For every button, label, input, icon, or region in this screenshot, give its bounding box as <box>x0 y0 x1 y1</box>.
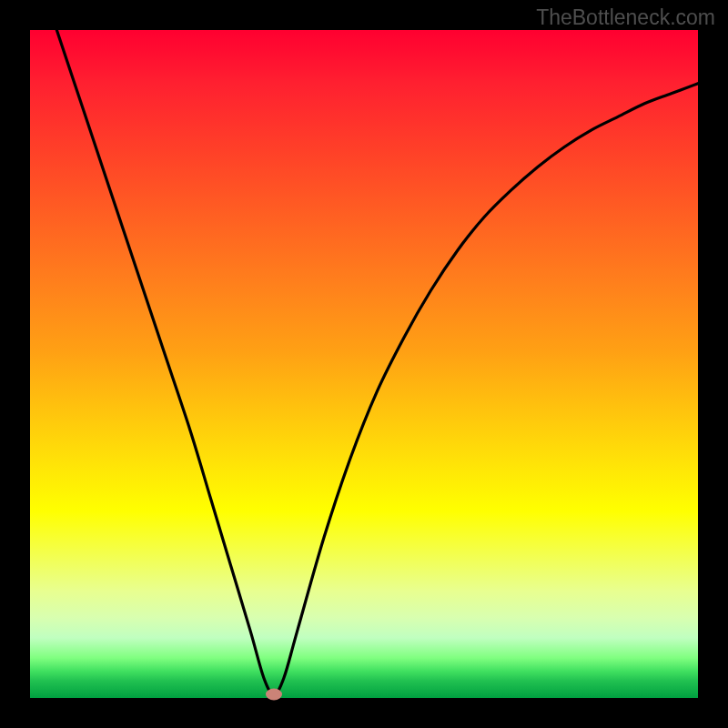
plot-area <box>30 30 698 698</box>
optimal-point-marker <box>266 689 282 701</box>
bottleneck-curve <box>56 30 698 694</box>
watermark-text: TheBottleneck.com <box>536 5 715 30</box>
chart-frame: TheBottleneck.com <box>0 0 728 728</box>
curve-svg <box>30 30 698 698</box>
